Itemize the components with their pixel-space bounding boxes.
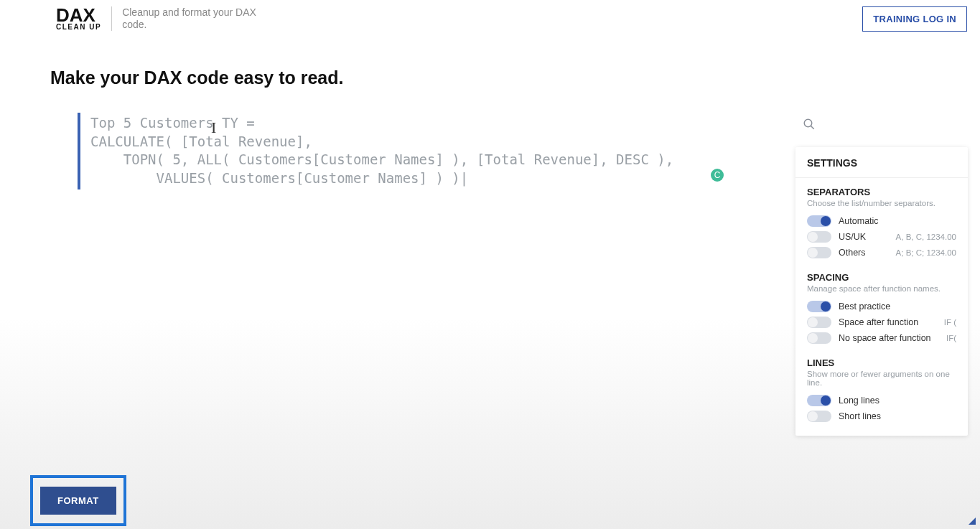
- settings-title: SETTINGS: [795, 147, 968, 178]
- spacing-group: SPACING Manage space after function name…: [795, 263, 968, 349]
- format-button[interactable]: FORMAT: [40, 487, 116, 515]
- spacing-space-option[interactable]: Space after function IF (: [807, 314, 956, 330]
- separator-usuk-label: US/UK: [839, 232, 866, 242]
- separators-title: SEPARATORS: [807, 187, 956, 197]
- spacing-nospace-option[interactable]: No space after function IF(: [807, 330, 956, 346]
- separator-auto-option[interactable]: Automatic: [807, 213, 956, 229]
- lines-long-label: Long lines: [839, 395, 879, 406]
- spacing-best-option[interactable]: Best practice: [807, 299, 956, 314]
- code-editor[interactable]: Top 5 Customers TY = CALCULATE( [Total R…: [78, 113, 731, 189]
- logo-main: DAX: [56, 7, 101, 24]
- svg-point-0: [804, 119, 812, 127]
- code-content: Top 5 Customers TY = CALCULATE( [Total R…: [78, 113, 731, 189]
- separator-auto-label: Automatic: [839, 216, 879, 226]
- lines-title: LINES: [807, 357, 956, 368]
- toggle-spacing-space[interactable]: [807, 317, 831, 328]
- lines-group: LINES Show more or fewer arguments on on…: [795, 349, 968, 427]
- separator-usuk-hint: A, B, C, 1234.00: [896, 233, 956, 241]
- svg-line-1: [811, 126, 814, 129]
- separators-group: SEPARATORS Choose the list/number separa…: [795, 178, 968, 263]
- spacing-title: SPACING: [807, 272, 956, 283]
- tagline: Cleanup and format your DAX code.: [122, 6, 266, 32]
- toggle-lines-short[interactable]: [807, 411, 831, 422]
- status-indicator: C: [711, 169, 724, 182]
- header-divider: [111, 6, 112, 31]
- lines-desc: Show more or fewer arguments on one line…: [807, 370, 956, 387]
- resize-handle-icon[interactable]: [969, 518, 976, 525]
- toggle-spacing-nospace[interactable]: [807, 332, 831, 344]
- spacing-space-hint: IF (: [944, 318, 956, 327]
- separator-usuk-option[interactable]: US/UK A, B, C, 1234.00: [807, 229, 956, 245]
- spacing-nospace-hint: IF(: [946, 334, 956, 342]
- spacing-desc: Manage space after function names.: [807, 284, 956, 293]
- lines-long-option[interactable]: Long lines: [807, 393, 956, 408]
- training-login-button[interactable]: TRAINING LOG IN: [862, 6, 967, 32]
- separator-others-label: Others: [839, 248, 866, 258]
- settings-panel: SETTINGS SEPARATORS Choose the list/numb…: [795, 147, 968, 436]
- toggle-separator-usuk[interactable]: [807, 231, 831, 243]
- toggle-separator-others[interactable]: [807, 247, 831, 258]
- lines-short-option[interactable]: Short lines: [807, 408, 956, 424]
- separators-desc: Choose the list/number separators.: [807, 199, 956, 207]
- logo[interactable]: DAX CLEAN UP: [56, 7, 101, 30]
- toggle-spacing-best[interactable]: [807, 301, 831, 312]
- search-icon[interactable]: [803, 118, 816, 134]
- logo-sub: CLEAN UP: [56, 24, 101, 30]
- format-button-highlight: FORMAT: [30, 475, 126, 526]
- toggle-lines-long[interactable]: [807, 395, 831, 406]
- separator-others-option[interactable]: Others A; B; C; 1234.00: [807, 245, 956, 261]
- spacing-best-label: Best practice: [839, 301, 890, 312]
- lines-short-label: Short lines: [839, 411, 881, 421]
- spacing-space-label: Space after function: [839, 317, 918, 327]
- toggle-separator-auto[interactable]: [807, 215, 831, 227]
- page-title: Make your DAX code easy to read.: [50, 67, 980, 88]
- header: DAX CLEAN UP Cleanup and format your DAX…: [0, 0, 980, 37]
- spacing-nospace-label: No space after function: [839, 333, 931, 343]
- separator-others-hint: A; B; C; 1234.00: [896, 248, 956, 257]
